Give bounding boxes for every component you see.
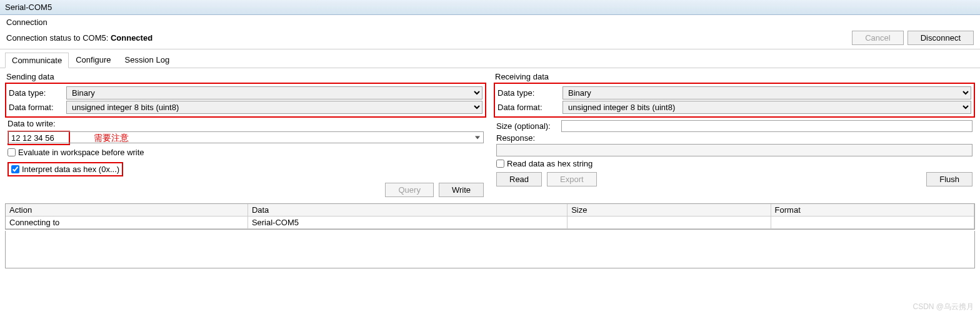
query-button[interactable]: Query (385, 183, 433, 197)
interpret-hex-highlight: Interpret data as hex (0x...) (8, 162, 123, 176)
sending-legend: Sending data (5, 71, 486, 83)
interpret-hex-checkbox[interactable] (11, 165, 19, 173)
receiving-highlight-box: Data type: Binary Data format: unsigned … (494, 83, 975, 118)
log-table: Action Data Size Format Connecting to Se… (5, 203, 975, 230)
connection-section: Connection Connection status to COM5: Co… (0, 15, 980, 49)
recv-data-type-select[interactable]: Binary (562, 86, 971, 99)
evaluate-label: Evaluate in workspace before write (18, 148, 144, 157)
disconnect-button[interactable]: Disconnect (908, 31, 974, 45)
connection-status: Connection status to COM5: Connected (6, 33, 152, 43)
send-data-type-select[interactable]: Binary (66, 86, 482, 99)
th-data: Data (248, 204, 567, 217)
send-data-format-label: Data format: (9, 103, 64, 112)
response-label: Response: (496, 133, 559, 143)
recv-data-type-label: Data type: (498, 88, 560, 98)
tab-session-log[interactable]: Session Log (118, 52, 177, 68)
read-button[interactable]: Read (496, 172, 542, 186)
log-empty-area (5, 231, 975, 268)
write-button[interactable]: Write (439, 183, 484, 197)
data-to-write-combo[interactable] (8, 131, 484, 143)
table-row: Connecting to Serial-COM5 (6, 217, 974, 229)
size-input[interactable] (561, 120, 972, 132)
receiving-legend: Receiving data (494, 71, 975, 83)
response-box (496, 144, 972, 156)
interpret-hex-label: Interpret data as hex (0x...) (22, 165, 119, 174)
data-to-write-label: Data to write: (8, 119, 484, 128)
tab-configure[interactable]: Configure (69, 52, 118, 68)
th-format: Format (771, 204, 974, 217)
send-data-format-select[interactable]: unsigned integer 8 bits (uint8) (66, 101, 482, 114)
recv-data-format-label: Data format: (498, 103, 560, 112)
send-data-type-label: Data type: (9, 88, 64, 98)
read-hex-checkbox[interactable] (496, 160, 504, 168)
tab-bar: Communicate Configure Session Log (0, 49, 980, 68)
th-size: Size (568, 204, 771, 217)
receiving-panel: Receiving data Data type: Binary Data fo… (494, 71, 975, 197)
window-title: Serial-COM5 (0, 0, 980, 15)
sending-highlight-box: Data type: Binary Data format: unsigned … (5, 83, 486, 118)
cancel-button[interactable]: Cancel (852, 31, 903, 45)
flush-button[interactable]: Flush (926, 172, 972, 186)
tab-communicate[interactable]: Communicate (5, 53, 69, 68)
size-label: Size (optional): (496, 121, 559, 131)
connection-header: Connection (6, 18, 974, 27)
recv-data-format-select[interactable]: unsigned integer 8 bits (uint8) (562, 101, 971, 114)
th-action: Action (6, 204, 248, 217)
evaluate-checkbox[interactable] (8, 148, 16, 156)
export-button[interactable]: Export (547, 172, 597, 186)
sending-panel: Sending data Data type: Binary Data form… (5, 71, 486, 197)
read-hex-label: Read data as hex string (507, 159, 592, 168)
